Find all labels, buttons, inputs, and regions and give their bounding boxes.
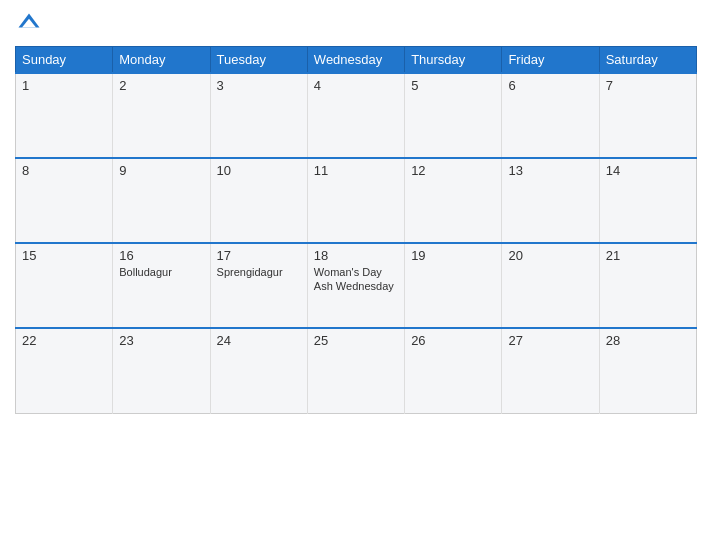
day-number: 22 [22,333,106,348]
day-number: 26 [411,333,495,348]
calendar-cell-1: 1 [16,73,113,158]
calendar-cell-27: 27 [502,328,599,413]
day-number: 10 [217,163,301,178]
calendar-event: Bolludagur [119,265,203,279]
weekday-header-monday: Monday [113,47,210,74]
weekday-header-friday: Friday [502,47,599,74]
calendar-table: SundayMondayTuesdayWednesdayThursdayFrid… [15,46,697,414]
calendar-cell-23: 23 [113,328,210,413]
day-number: 13 [508,163,592,178]
day-number: 15 [22,248,106,263]
calendar-cell-3: 3 [210,73,307,158]
day-number: 9 [119,163,203,178]
calendar-cell-28: 28 [599,328,696,413]
calendar-cell-20: 20 [502,243,599,328]
calendar-cell-16: 16Bolludagur [113,243,210,328]
calendar-event: Ash Wednesday [314,279,398,293]
calendar-cell-14: 14 [599,158,696,243]
day-number: 12 [411,163,495,178]
calendar-event: Woman's Day [314,265,398,279]
day-number: 2 [119,78,203,93]
calendar-container: SundayMondayTuesdayWednesdayThursdayFrid… [0,0,712,550]
weekday-header-saturday: Saturday [599,47,696,74]
calendar-cell-4: 4 [307,73,404,158]
day-number: 6 [508,78,592,93]
calendar-cell-9: 9 [113,158,210,243]
day-number: 18 [314,248,398,263]
logo [15,10,47,38]
calendar-cell-13: 13 [502,158,599,243]
day-number: 17 [217,248,301,263]
day-number: 3 [217,78,301,93]
weekday-header-tuesday: Tuesday [210,47,307,74]
day-number: 21 [606,248,690,263]
calendar-cell-18: 18Woman's DayAsh Wednesday [307,243,404,328]
calendar-cell-15: 15 [16,243,113,328]
calendar-week-3: 1516Bolludagur17Sprengidagur18Woman's Da… [16,243,697,328]
day-number: 8 [22,163,106,178]
calendar-cell-17: 17Sprengidagur [210,243,307,328]
calendar-cell-19: 19 [405,243,502,328]
calendar-event: Sprengidagur [217,265,301,279]
weekday-header-row: SundayMondayTuesdayWednesdayThursdayFrid… [16,47,697,74]
weekday-header-thursday: Thursday [405,47,502,74]
calendar-body: 12345678910111213141516Bolludagur17Spren… [16,73,697,413]
day-number: 23 [119,333,203,348]
calendar-cell-2: 2 [113,73,210,158]
day-number: 7 [606,78,690,93]
calendar-cell-21: 21 [599,243,696,328]
calendar-week-2: 891011121314 [16,158,697,243]
day-number: 11 [314,163,398,178]
day-number: 28 [606,333,690,348]
day-number: 24 [217,333,301,348]
calendar-cell-12: 12 [405,158,502,243]
calendar-cell-11: 11 [307,158,404,243]
day-number: 4 [314,78,398,93]
day-number: 16 [119,248,203,263]
day-number: 27 [508,333,592,348]
logo-icon [15,10,43,38]
calendar-cell-22: 22 [16,328,113,413]
calendar-cell-25: 25 [307,328,404,413]
day-number: 5 [411,78,495,93]
calendar-cell-10: 10 [210,158,307,243]
calendar-cell-24: 24 [210,328,307,413]
calendar-week-1: 1234567 [16,73,697,158]
day-number: 20 [508,248,592,263]
day-number: 14 [606,163,690,178]
calendar-week-4: 22232425262728 [16,328,697,413]
day-number: 1 [22,78,106,93]
calendar-cell-8: 8 [16,158,113,243]
calendar-cell-7: 7 [599,73,696,158]
day-number: 19 [411,248,495,263]
weekday-header-wednesday: Wednesday [307,47,404,74]
calendar-cell-5: 5 [405,73,502,158]
header [15,10,697,38]
calendar-cell-6: 6 [502,73,599,158]
calendar-cell-26: 26 [405,328,502,413]
weekday-header-sunday: Sunday [16,47,113,74]
day-number: 25 [314,333,398,348]
